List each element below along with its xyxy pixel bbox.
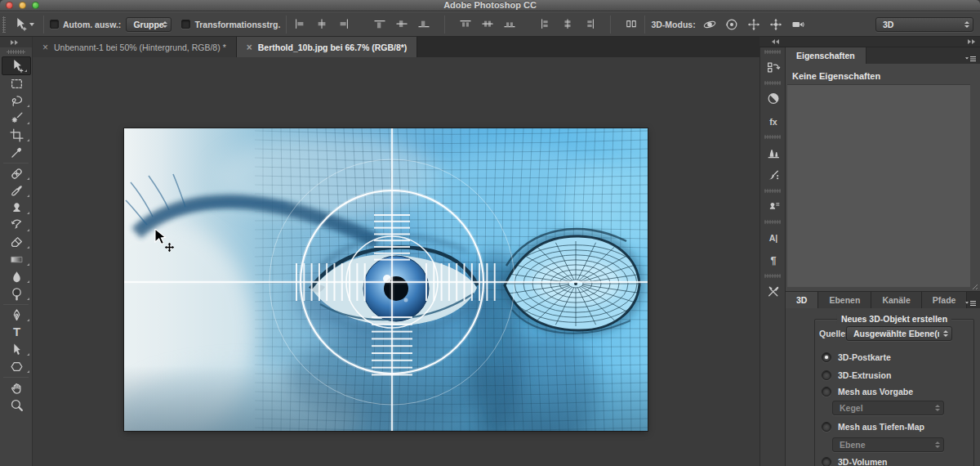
option-3d-postcard[interactable]: 3D-Postkarte xyxy=(822,352,891,362)
tool-eraser[interactable] xyxy=(0,234,33,251)
source-label: Quelle: xyxy=(819,329,849,338)
auto-select-target-dropdown[interactable]: Gruppe xyxy=(126,17,172,32)
tool-brush[interactable] xyxy=(0,182,33,199)
distribute-bottom-edges-icon[interactable] xyxy=(502,18,517,31)
tool-eyedropper[interactable] xyxy=(0,144,33,161)
collapsed-panel-character[interactable]: A| xyxy=(760,226,786,249)
tab-3d[interactable]: 3D xyxy=(786,292,818,308)
align-right-edges-icon[interactable] xyxy=(336,18,351,31)
collapsed-panel-history[interactable] xyxy=(760,56,786,78)
close-tab-icon[interactable]: × xyxy=(42,43,48,52)
roll-3d-camera-icon[interactable] xyxy=(724,18,739,31)
depthmap-dropdown[interactable]: Ebene xyxy=(832,437,944,452)
collapse-tools-button[interactable] xyxy=(0,37,32,47)
align-horizontal-centers-icon[interactable] xyxy=(314,18,329,31)
panel-resize-grip[interactable] xyxy=(970,282,978,289)
transform-controls-checkbox[interactable] xyxy=(181,20,190,29)
tool-lasso[interactable] xyxy=(0,92,33,110)
document-tab-berthold[interactable]: × Berthold_10b.jpg bei 66.7% (RGB/8*) xyxy=(237,37,418,57)
tool-shape[interactable] xyxy=(0,358,33,375)
tab-channels[interactable]: Kanäle xyxy=(871,292,921,308)
collapsed-panel-brush-settings[interactable] xyxy=(760,141,786,164)
panel-group-grip[interactable] xyxy=(764,274,781,278)
distribute-right-edges-icon[interactable] xyxy=(582,18,597,31)
option-3d-extrusion[interactable]: 3D-Extrusion xyxy=(822,370,891,380)
tool-type[interactable]: T xyxy=(0,324,33,341)
photoshop-window: Adobe Photoshop CC Autom. ausw.: Gruppe … xyxy=(0,0,980,466)
collapsed-panel-tool-presets[interactable] xyxy=(760,280,786,302)
tool-history-brush[interactable] xyxy=(0,217,33,234)
tool-quick-selection[interactable] xyxy=(0,110,33,127)
source-dropdown[interactable]: Ausgewählte Ebene(n) xyxy=(846,326,952,341)
align-bottom-edges-icon[interactable] xyxy=(416,18,431,31)
panel-group-grip[interactable] xyxy=(764,220,781,224)
tool-zoom[interactable] xyxy=(0,397,33,414)
tool-clone-stamp[interactable] xyxy=(0,199,33,217)
dropdown-stepper-icon xyxy=(943,327,948,340)
tools-panel-grip[interactable] xyxy=(7,50,25,54)
tool-blur[interactable] xyxy=(0,268,33,285)
tool-move[interactable] xyxy=(2,56,31,75)
option-mesh-from-preset[interactable]: Mesh aus Vorgabe xyxy=(822,387,913,397)
collapsed-panel-brush-presets[interactable] xyxy=(760,164,786,186)
canvas-area[interactable] xyxy=(33,57,760,466)
svg-text:¶: ¶ xyxy=(770,254,776,267)
distribute-spacing-icon[interactable] xyxy=(624,18,639,31)
tool-preset-caret-icon[interactable] xyxy=(29,23,34,26)
close-tab-icon[interactable]: × xyxy=(247,43,252,52)
options-bar-grip[interactable] xyxy=(2,16,6,33)
separator xyxy=(3,304,29,305)
move-3d-camera-icon[interactable] xyxy=(791,18,805,31)
panel-group-grip[interactable] xyxy=(764,81,781,85)
radio-icon[interactable] xyxy=(822,387,831,397)
auto-select-checkbox[interactable] xyxy=(50,20,59,29)
tool-crop[interactable] xyxy=(0,127,33,144)
option-mesh-from-depthmap[interactable]: Mesh aus Tiefen-Map xyxy=(822,422,924,432)
distribute-horizontal-centers-icon[interactable] xyxy=(560,18,575,31)
collapse-dock-button[interactable] xyxy=(968,39,975,44)
pan-3d-camera-icon[interactable] xyxy=(746,18,761,31)
tool-dodge[interactable] xyxy=(0,285,33,302)
tool-rectangular-marquee[interactable] xyxy=(0,75,33,92)
collapsed-panel-styles[interactable]: fx xyxy=(760,110,786,132)
tool-gradient[interactable] xyxy=(0,251,33,268)
align-vertical-centers-icon[interactable] xyxy=(394,18,409,31)
dock-header xyxy=(760,37,980,47)
radio-icon[interactable] xyxy=(822,457,831,466)
distribute-top-edges-icon[interactable] xyxy=(458,18,473,31)
document-tab-label: Berthold_10b.jpg bei 66.7% (RGB/8*) xyxy=(258,43,408,52)
align-left-edges-icon[interactable] xyxy=(292,18,307,31)
tool-spot-healing-brush[interactable] xyxy=(0,165,33,182)
radio-icon[interactable] xyxy=(822,370,831,380)
tab-properties[interactable]: Eigenschaften xyxy=(786,47,866,64)
tool-path-selection[interactable] xyxy=(0,341,33,358)
tab-layers[interactable]: Ebenen xyxy=(818,292,871,308)
slide-3d-camera-icon[interactable] xyxy=(768,18,783,31)
radio-icon[interactable] xyxy=(822,352,831,362)
workspace-dropdown[interactable]: 3D xyxy=(875,17,973,32)
tool-pen[interactable] xyxy=(0,307,33,324)
radio-icon[interactable] xyxy=(822,422,831,432)
panel-group-grip[interactable] xyxy=(764,135,781,139)
orbit-3d-camera-icon[interactable] xyxy=(702,18,717,31)
align-top-edges-icon[interactable] xyxy=(372,18,387,31)
separator xyxy=(3,163,29,164)
mesh-preset-dropdown[interactable]: Kegel xyxy=(832,401,944,415)
tool-hand[interactable] xyxy=(0,379,33,397)
distribute-vertical-centers-icon[interactable] xyxy=(480,18,495,31)
expand-panels-button[interactable] xyxy=(772,39,779,44)
group-title: Neues 3D-Objekt erstellen xyxy=(837,314,951,324)
collapsed-panel-clone-source[interactable] xyxy=(760,195,786,217)
distribute-left-edges-icon[interactable] xyxy=(538,18,553,31)
document-tab-unbenannt[interactable]: × Unbenannt-1 bei 50% (Hintergrund, RGB/… xyxy=(33,37,237,57)
tab-paths[interactable]: Pfade xyxy=(922,292,968,308)
panel-group-grip[interactable] xyxy=(764,189,781,193)
option-3d-volume[interactable]: 3D-Volumen xyxy=(822,457,887,466)
separator xyxy=(43,16,44,34)
double-arrow-icon xyxy=(15,40,18,45)
panel-group-grip[interactable] xyxy=(764,50,781,54)
collapsed-panel-paragraph[interactable]: ¶ xyxy=(760,249,786,271)
double-arrow-left-icon xyxy=(772,39,775,44)
collapsed-panels-strip: fxA|¶ xyxy=(760,47,786,466)
collapsed-panel-adjustments[interactable] xyxy=(760,87,786,110)
